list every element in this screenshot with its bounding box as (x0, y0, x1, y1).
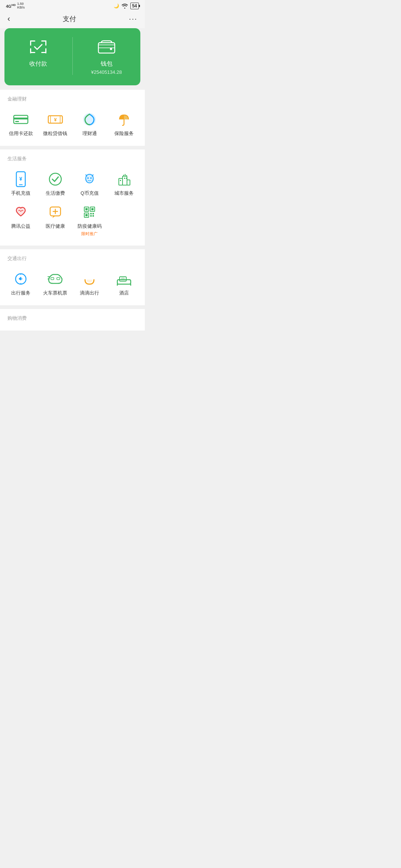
svg-point-10 (110, 48, 112, 50)
finance-section-title: 金融理财 (0, 96, 145, 108)
wallet-label: 钱包 (101, 60, 113, 68)
svg-rect-49 (51, 277, 54, 280)
loan-label: 微粒贷借钱 (43, 131, 67, 137)
status-bar: 4GHD 1.50 KB/s 🌙 54 (0, 0, 145, 11)
svg-rect-57 (121, 277, 125, 280)
travel-service-label: 出行服务 (11, 290, 30, 296)
receive-label: 收付款 (29, 60, 47, 68)
receive-icon (29, 37, 48, 56)
mobile-recharge-label: 手机充值 (11, 190, 30, 197)
svg-rect-47 (92, 215, 94, 217)
bill-payment-label: 生活缴费 (46, 190, 65, 197)
health-code-button[interactable]: 防疫健康码 限时推广 (72, 201, 107, 238)
didi-button[interactable]: 滴滴出行 (72, 268, 107, 298)
insurance-label: 保险服务 (114, 131, 134, 137)
loan-button[interactable]: ¥ 微粒贷借钱 (38, 108, 73, 138)
hotel-button[interactable]: 酒店 (107, 268, 141, 298)
svg-rect-21 (19, 184, 23, 185)
train-ticket-label: 火车票机票 (43, 290, 67, 296)
credit-card-icon (13, 111, 29, 128)
bill-icon (47, 171, 63, 187)
finance-section: 金融理财 信用卡还款 ¥ 微粒贷借钱 (0, 90, 145, 146)
health-code-label: 防疫健康码 (78, 223, 102, 230)
mobile-recharge-button[interactable]: ¥ 手机充值 (4, 168, 38, 198)
status-left: 4GHD 1.50 KB/s (6, 2, 25, 10)
charity-label: 腾讯公益 (11, 223, 30, 230)
empty-slot (107, 201, 141, 238)
travel-icon (13, 271, 29, 287)
svg-rect-50 (57, 277, 60, 280)
svg-rect-39 (85, 208, 88, 210)
health-code-icon (81, 204, 98, 220)
svg-rect-32 (123, 175, 124, 176)
hotel-label: 酒店 (119, 290, 129, 296)
svg-point-22 (49, 173, 61, 185)
svg-rect-41 (91, 208, 94, 210)
loan-icon: ¥ (47, 111, 63, 128)
svg-point-24 (87, 177, 89, 179)
svg-rect-43 (85, 214, 88, 216)
city-services-label: 城市服务 (114, 190, 134, 197)
svg-rect-29 (120, 180, 121, 181)
health-label: 医疗健康 (46, 223, 65, 230)
insurance-icon (116, 111, 132, 128)
svg-text:¥: ¥ (19, 176, 22, 182)
svg-rect-45 (92, 213, 94, 214)
shopping-section: 购物消费 (0, 309, 145, 331)
nav-bar: ‹ 支付 ··· (0, 11, 145, 28)
mobile-icon: ¥ (13, 171, 29, 187)
credit-card-repayment-button[interactable]: 信用卡还款 (4, 108, 38, 138)
moon-icon: 🌙 (114, 3, 119, 9)
didi-label: 滴滴出行 (80, 290, 99, 296)
wifi-icon (121, 3, 128, 9)
svg-rect-13 (15, 121, 19, 122)
more-button[interactable]: ··· (129, 14, 137, 23)
travel-service-button[interactable]: 出行服务 (4, 268, 38, 298)
svg-rect-31 (126, 178, 127, 179)
shopping-section-title: 购物消费 (0, 315, 145, 328)
status-right: 🌙 54 (114, 3, 139, 9)
svg-rect-44 (90, 213, 92, 214)
svg-rect-28 (127, 180, 130, 185)
life-services-title: 生活服务 (0, 155, 145, 168)
q-coin-label: Q币充值 (81, 190, 99, 197)
charity-icon (13, 204, 29, 220)
train-ticket-button[interactable]: 火车票机票 (38, 268, 73, 298)
svg-rect-5 (30, 48, 31, 53)
svg-rect-33 (125, 174, 125, 176)
charity-button[interactable]: 腾讯公益 (4, 201, 38, 238)
wallet-button[interactable]: 钱包 ¥25405134.28 (73, 37, 141, 75)
city-services-button[interactable]: 城市服务 (107, 168, 141, 198)
didi-icon (81, 271, 98, 287)
life-services-section: 生活服务 ¥ 手机充值 生活缴费 (0, 149, 145, 246)
payment-card: 收付款 钱包 ¥25405134.28 (4, 28, 140, 85)
life-services-row1: ¥ 手机充值 生活缴费 (0, 168, 145, 198)
svg-rect-1 (30, 40, 31, 46)
wallet-amount: ¥25405134.28 (91, 69, 122, 75)
receive-payment-button[interactable]: 收付款 (4, 37, 73, 75)
q-coin-icon (81, 171, 98, 187)
train-icon (47, 271, 63, 287)
svg-rect-26 (119, 178, 123, 185)
wealth-management-button[interactable]: 理财通 (72, 108, 107, 138)
q-coin-button[interactable]: Q币充值 (72, 168, 107, 198)
svg-rect-3 (45, 40, 46, 46)
hotel-icon (116, 271, 132, 287)
speed-indicator: 1.50 KB/s (17, 2, 25, 10)
svg-rect-46 (90, 215, 92, 217)
life-services-row2: 腾讯公益 医疗健康 (0, 198, 145, 238)
svg-point-25 (90, 177, 92, 179)
transport-grid: 出行服务 火车票机票 (0, 268, 145, 298)
battery-icon: 54 (130, 3, 139, 9)
health-button[interactable]: 医疗健康 (38, 201, 73, 238)
insurance-button[interactable]: 保险服务 (107, 108, 141, 138)
back-button[interactable]: ‹ (7, 14, 10, 24)
svg-rect-7 (45, 48, 46, 53)
bill-payment-button[interactable]: 生活缴费 (38, 168, 73, 198)
wealth-icon (81, 111, 98, 128)
health-icon (47, 204, 63, 220)
transport-section-title: 交通出行 (0, 255, 145, 268)
page-title: 支付 (63, 14, 76, 23)
svg-rect-9 (98, 45, 115, 48)
credit-card-label: 信用卡还款 (9, 131, 33, 137)
